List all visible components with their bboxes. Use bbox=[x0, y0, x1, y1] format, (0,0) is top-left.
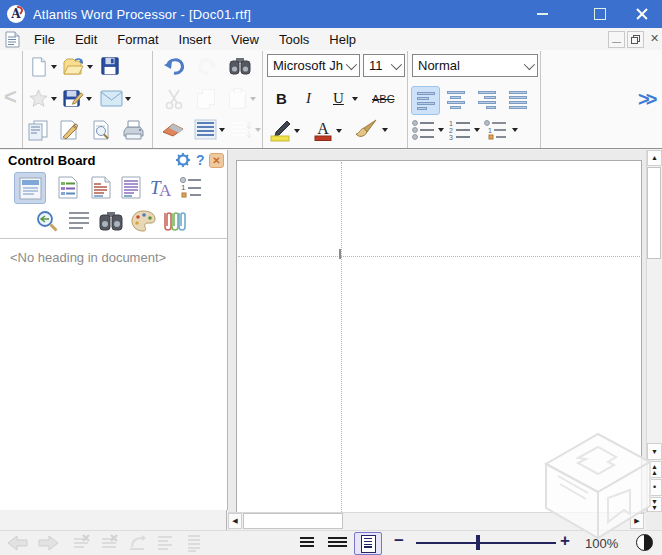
zoom-slider-track[interactable] bbox=[416, 542, 556, 544]
web-view-button[interactable] bbox=[326, 533, 348, 553]
format-painter-button[interactable] bbox=[354, 118, 388, 142]
print-button[interactable] bbox=[122, 120, 145, 140]
underline-button[interactable]: U bbox=[333, 90, 344, 107]
no-heading-text: <No heading in document> bbox=[10, 250, 166, 265]
highlighter-icon bbox=[268, 119, 292, 142]
binoculars-icon bbox=[98, 209, 124, 233]
document-page[interactable] bbox=[236, 160, 642, 512]
underline-dropdown[interactable] bbox=[352, 97, 358, 101]
toolbar-scroll-left-chevron[interactable]: < bbox=[4, 84, 17, 110]
menu-insert[interactable]: Insert bbox=[169, 28, 222, 50]
line-spacing-dropdown[interactable] bbox=[219, 128, 225, 132]
bullet-list-dropdown[interactable] bbox=[438, 128, 444, 132]
cb-overview-button[interactable] bbox=[86, 172, 116, 202]
font-size-select[interactable]: 11 bbox=[363, 54, 405, 77]
close-button[interactable] bbox=[622, 0, 662, 28]
align-right-button[interactable] bbox=[473, 86, 500, 113]
cb-find-button[interactable] bbox=[96, 206, 126, 236]
highlight-dropdown[interactable] bbox=[294, 129, 300, 133]
line-spacing-button[interactable] bbox=[194, 119, 225, 140]
font-color-dropdown[interactable] bbox=[336, 129, 342, 133]
maximize-button[interactable] bbox=[580, 0, 620, 28]
zoom-in-button[interactable]: + bbox=[560, 531, 570, 551]
find-button[interactable] bbox=[228, 55, 252, 77]
favorites-dropdown[interactable] bbox=[51, 97, 57, 101]
cb-styles-button[interactable]: TA bbox=[146, 172, 176, 202]
cb-document-map-button[interactable] bbox=[14, 172, 46, 204]
cb-paragraphs-button[interactable] bbox=[64, 206, 94, 236]
full-screen-contrast-icon[interactable] bbox=[636, 534, 653, 551]
multilevel-list-dropdown[interactable] bbox=[512, 128, 518, 132]
email-button[interactable] bbox=[100, 90, 131, 107]
scroll-up-button[interactable]: ▲ bbox=[647, 150, 662, 166]
open-button[interactable] bbox=[62, 56, 93, 77]
numbered-list-dropdown[interactable] bbox=[474, 128, 480, 132]
align-justify-button[interactable] bbox=[504, 86, 531, 113]
select-browse-object-button[interactable]: • bbox=[647, 479, 662, 496]
font-name-select[interactable]: Microsoft Jh bbox=[267, 54, 360, 77]
cb-zoom-button[interactable] bbox=[32, 206, 62, 236]
toolbar-scroll-right-chevron[interactable]: >> bbox=[638, 88, 653, 111]
new-document-icon bbox=[28, 56, 49, 77]
new-document-button[interactable] bbox=[28, 56, 57, 77]
draft-view-button[interactable] bbox=[296, 533, 318, 553]
horizontal-scroll-thumb[interactable] bbox=[243, 513, 343, 529]
document-pane[interactable] bbox=[228, 150, 646, 512]
vertical-scroll-thumb[interactable] bbox=[647, 167, 661, 259]
menu-file[interactable]: File bbox=[24, 28, 65, 50]
italic-button[interactable]: I bbox=[306, 90, 311, 107]
cb-outline-button[interactable]: 1 bbox=[176, 172, 206, 202]
control-board-footer bbox=[0, 510, 227, 530]
format-painter-dropdown[interactable] bbox=[382, 128, 388, 132]
document-menu-icon[interactable] bbox=[5, 31, 20, 48]
align-center-button[interactable] bbox=[442, 86, 469, 113]
align-left-button[interactable] bbox=[411, 86, 440, 115]
zoom-out-button[interactable]: − bbox=[394, 531, 404, 551]
control-board-settings-gear-icon[interactable] bbox=[176, 153, 190, 167]
multilevel-list-button[interactable]: 1 bbox=[483, 119, 518, 141]
mdi-minimize-button[interactable]: — bbox=[608, 31, 625, 48]
print-preview-button[interactable] bbox=[90, 119, 112, 141]
style-select[interactable]: Normal bbox=[412, 54, 538, 77]
next-object-button[interactable]: ▼▼ bbox=[647, 497, 662, 512]
zoom-percentage[interactable]: 100% bbox=[585, 536, 618, 551]
print-layout-view-button[interactable] bbox=[354, 532, 382, 555]
cb-statistics-button[interactable] bbox=[116, 172, 146, 202]
email-dropdown[interactable] bbox=[125, 97, 131, 101]
numbered-list-button[interactable]: 123 bbox=[447, 119, 480, 141]
cb-clips-button[interactable] bbox=[158, 206, 188, 236]
eraser-button[interactable] bbox=[161, 122, 186, 137]
mdi-close-button[interactable]: ✕ bbox=[647, 31, 662, 46]
control-board-close-button[interactable]: ✕ bbox=[209, 153, 224, 168]
previous-object-button[interactable]: ▲▲ bbox=[647, 461, 662, 478]
cb-colors-button[interactable] bbox=[128, 206, 158, 236]
document-options-button[interactable] bbox=[58, 119, 80, 141]
menu-tools[interactable]: Tools bbox=[269, 28, 319, 50]
menu-help[interactable]: Help bbox=[319, 28, 366, 50]
minimize-button[interactable] bbox=[522, 0, 562, 28]
zoom-slider-thumb[interactable] bbox=[476, 535, 480, 550]
favorites-button[interactable] bbox=[28, 88, 57, 109]
scroll-right-button[interactable]: ▶ bbox=[630, 513, 644, 529]
bold-button[interactable]: B bbox=[276, 90, 287, 107]
mdi-restore-button[interactable] bbox=[627, 31, 644, 48]
save-button[interactable] bbox=[100, 56, 120, 76]
top-margin-guide bbox=[238, 256, 642, 257]
bullet-list-button[interactable] bbox=[411, 119, 444, 141]
font-color-button[interactable]: A bbox=[312, 120, 342, 142]
new-document-dropdown[interactable] bbox=[51, 65, 57, 69]
control-board-help-button[interactable]: ? bbox=[196, 152, 205, 168]
scroll-left-button[interactable]: ◀ bbox=[228, 513, 242, 529]
menu-view[interactable]: View bbox=[221, 28, 269, 50]
save-as-dropdown[interactable] bbox=[86, 97, 92, 101]
menu-format[interactable]: Format bbox=[107, 28, 168, 50]
scroll-down-button[interactable]: ▼ bbox=[647, 443, 662, 460]
undo-button[interactable] bbox=[162, 55, 186, 78]
strikethrough-button[interactable]: ABC bbox=[372, 93, 395, 105]
menu-edit[interactable]: Edit bbox=[65, 28, 107, 50]
save-as-button[interactable] bbox=[62, 88, 92, 109]
open-dropdown[interactable] bbox=[87, 65, 93, 69]
copies-button[interactable] bbox=[27, 119, 50, 141]
cb-headings-button[interactable] bbox=[52, 172, 82, 202]
highlight-button[interactable] bbox=[268, 119, 300, 142]
